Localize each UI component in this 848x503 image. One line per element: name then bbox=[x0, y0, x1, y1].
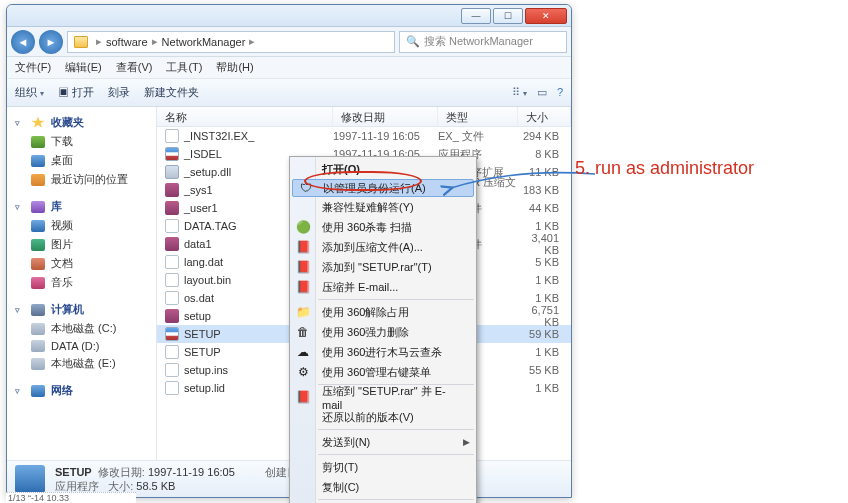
ctx-restore[interactable]: 还原以前的版本(V) bbox=[290, 407, 476, 427]
file-name: _INST32I.EX_ bbox=[184, 130, 254, 142]
file-size: 1 KB bbox=[518, 382, 571, 394]
open-button[interactable]: ▣ 打开 bbox=[58, 85, 94, 100]
ctx-cut[interactable]: 剪切(T) bbox=[290, 457, 476, 477]
search-input[interactable]: 🔍 搜索 NetworkManager bbox=[399, 31, 567, 53]
sidebar-documents[interactable]: 文档 bbox=[11, 254, 152, 273]
file-icon bbox=[165, 363, 179, 377]
search-placeholder: 搜索 NetworkManager bbox=[424, 34, 533, 49]
file-name: SETUP bbox=[184, 346, 221, 358]
ctx-compat[interactable]: 兼容性疑难解答(Y) bbox=[290, 197, 476, 217]
sidebar-network[interactable]: ▿网络 bbox=[11, 381, 152, 400]
preview-pane-icon[interactable]: ▭ bbox=[537, 86, 547, 99]
computer-icon bbox=[31, 304, 45, 316]
shield-icon: 🛡 bbox=[298, 180, 314, 196]
desktop-icon bbox=[31, 155, 45, 167]
ctx-360unlock[interactable]: 📁使用 360解除占用 bbox=[290, 302, 476, 322]
maximize-button[interactable]: ☐ bbox=[493, 8, 523, 24]
cloud-scan-icon: ☁ bbox=[295, 344, 311, 360]
chevron-icon: ▸ bbox=[249, 35, 255, 48]
file-name: _ISDEL bbox=[184, 148, 222, 160]
path-seg[interactable]: software bbox=[106, 36, 148, 48]
menu-help[interactable]: 帮助(H) bbox=[216, 60, 253, 75]
file-name: os.dat bbox=[184, 292, 214, 304]
file-icon bbox=[165, 183, 179, 197]
file-size: 55 KB bbox=[518, 364, 571, 376]
col-type[interactable]: 类型 bbox=[438, 107, 518, 126]
sidebar-pictures[interactable]: 图片 bbox=[11, 235, 152, 254]
sidebar-favorites[interactable]: ▿收藏夹 bbox=[11, 113, 152, 132]
ctx-add-setup-rar[interactable]: 📕添加到 "SETUP.rar"(T) bbox=[290, 257, 476, 277]
folder-icon: 📁 bbox=[295, 304, 311, 320]
menu-tools[interactable]: 工具(T) bbox=[166, 60, 202, 75]
sidebar-edisk[interactable]: 本地磁盘 (E:) bbox=[11, 354, 152, 373]
newfolder-button[interactable]: 新建文件夹 bbox=[144, 85, 199, 100]
path-box[interactable]: ▸ software ▸ NetworkManager ▸ bbox=[67, 31, 395, 53]
file-size: 1 KB bbox=[518, 220, 571, 232]
sidebar-recent[interactable]: 最近访问的位置 bbox=[11, 170, 152, 189]
disk-icon bbox=[31, 358, 45, 370]
file-name: SETUP bbox=[184, 328, 221, 340]
menubar: 文件(F) 编辑(E) 查看(V) 工具(T) 帮助(H) bbox=[7, 57, 571, 79]
forward-button[interactable]: ► bbox=[39, 30, 63, 54]
picture-icon bbox=[31, 239, 45, 251]
music-icon bbox=[31, 277, 45, 289]
menu-edit[interactable]: 编辑(E) bbox=[65, 60, 102, 75]
ctx-email-rar[interactable]: 📕压缩并 E-mail... bbox=[290, 277, 476, 297]
file-size: 1 KB bbox=[518, 292, 571, 304]
ctx-email-setup[interactable]: 📕压缩到 "SETUP.rar" 并 E-mail bbox=[290, 387, 476, 407]
ctx-360menu[interactable]: ⚙使用 360管理右键菜单 bbox=[290, 362, 476, 382]
recent-icon bbox=[31, 174, 45, 186]
col-date[interactable]: 修改日期 bbox=[333, 107, 438, 126]
ctx-360trojan[interactable]: ☁使用 360进行木马云查杀 bbox=[290, 342, 476, 362]
file-icon bbox=[165, 291, 179, 305]
antivirus-icon: 🟢 bbox=[295, 219, 311, 235]
download-icon bbox=[31, 136, 45, 148]
sidebar-desktop[interactable]: 桌面 bbox=[11, 151, 152, 170]
col-name[interactable]: 名称 bbox=[157, 107, 333, 126]
disk-icon bbox=[31, 323, 45, 335]
sidebar-downloads[interactable]: 下载 bbox=[11, 132, 152, 151]
titlebar: — ☐ ✕ bbox=[7, 5, 571, 27]
ctx-add-rar[interactable]: 📕添加到压缩文件(A)... bbox=[290, 237, 476, 257]
file-type: EX_ 文件 bbox=[438, 129, 518, 144]
file-name: layout.bin bbox=[184, 274, 231, 286]
rar-icon: 📕 bbox=[295, 259, 311, 275]
file-name: setup.ins bbox=[184, 364, 228, 376]
file-name: data1 bbox=[184, 238, 212, 250]
file-icon bbox=[165, 201, 179, 215]
file-name: _setup.dll bbox=[184, 166, 231, 178]
star-icon bbox=[31, 117, 45, 129]
sidebar-computer[interactable]: ▿计算机 bbox=[11, 300, 152, 319]
sidebar-ddisk[interactable]: DATA (D:) bbox=[11, 338, 152, 354]
folder-icon bbox=[74, 36, 88, 48]
sidebar-cdisk[interactable]: 本地磁盘 (C:) bbox=[11, 319, 152, 338]
file-size: 6,751 KB bbox=[518, 304, 571, 328]
file-icon bbox=[165, 219, 179, 233]
burn-button[interactable]: 刻录 bbox=[108, 85, 130, 100]
back-button[interactable]: ◄ bbox=[11, 30, 35, 54]
ctx-360scan[interactable]: 🟢使用 360杀毒 扫描 bbox=[290, 217, 476, 237]
ctx-sendto[interactable]: 发送到(N)▶ bbox=[290, 432, 476, 452]
menu-view[interactable]: 查看(V) bbox=[116, 60, 153, 75]
column-headers[interactable]: 名称 修改日期 类型 大小 bbox=[157, 107, 571, 127]
file-icon bbox=[165, 165, 179, 179]
sidebar-music[interactable]: 音乐 bbox=[11, 273, 152, 292]
help-icon[interactable]: ? bbox=[557, 86, 563, 99]
col-size[interactable]: 大小 bbox=[518, 107, 571, 126]
annotation-text: 5. run as administrator bbox=[575, 158, 754, 179]
sidebar-videos[interactable]: 视频 bbox=[11, 216, 152, 235]
path-seg[interactable]: NetworkManager bbox=[162, 36, 246, 48]
close-button[interactable]: ✕ bbox=[525, 8, 567, 24]
organize-button[interactable]: 组织 ▾ bbox=[15, 85, 44, 100]
ctx-360force[interactable]: 🗑使用 360强力删除 bbox=[290, 322, 476, 342]
minimize-button[interactable]: — bbox=[461, 8, 491, 24]
file-row[interactable]: _INST32I.EX_1997-11-19 16:05EX_ 文件294 KB bbox=[157, 127, 571, 145]
ctx-copy[interactable]: 复制(C) bbox=[290, 477, 476, 497]
menu-file[interactable]: 文件(F) bbox=[15, 60, 51, 75]
context-menu: 打开(O) 🛡 以管理员身份运行(A) 兼容性疑难解答(Y) 🟢使用 360杀毒… bbox=[289, 156, 477, 503]
file-name: setup bbox=[184, 310, 211, 322]
sidebar-libraries[interactable]: ▿库 bbox=[11, 197, 152, 216]
file-name: DATA.TAG bbox=[184, 220, 237, 232]
view-options-icon[interactable]: ⠿ ▾ bbox=[512, 86, 527, 99]
file-icon bbox=[165, 147, 179, 161]
